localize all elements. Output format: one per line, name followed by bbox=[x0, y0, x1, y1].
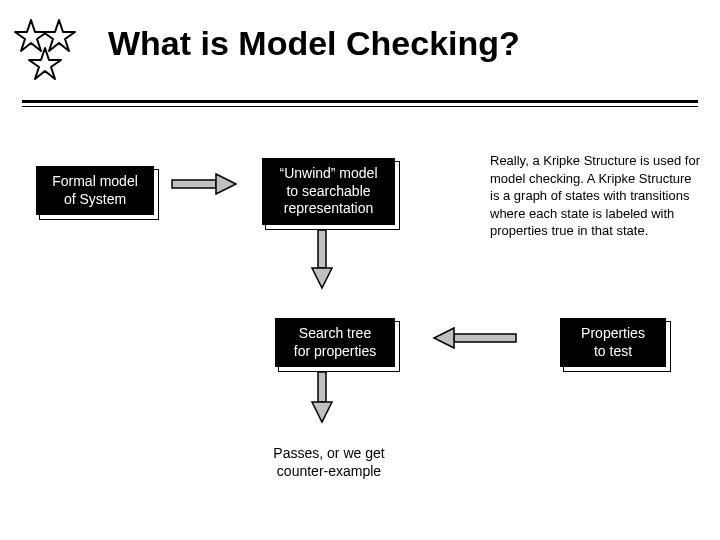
svg-marker-1 bbox=[43, 20, 75, 51]
svg-rect-5 bbox=[318, 230, 326, 268]
svg-rect-9 bbox=[318, 372, 326, 402]
arrow-right-icon bbox=[170, 172, 240, 196]
logo-stars-icon bbox=[12, 18, 82, 88]
box-formal-model: Formal modelof System bbox=[36, 166, 154, 215]
svg-marker-0 bbox=[15, 20, 47, 51]
svg-marker-10 bbox=[312, 402, 332, 422]
svg-marker-8 bbox=[434, 328, 454, 348]
arrow-down-icon bbox=[310, 228, 334, 292]
box-unwind-model: “Unwind” modelto searchablerepresentatio… bbox=[262, 158, 395, 225]
box-search-tree: Search treefor properties bbox=[275, 318, 395, 367]
divider bbox=[22, 100, 698, 107]
svg-rect-7 bbox=[454, 334, 516, 342]
page-title: What is Model Checking? bbox=[108, 24, 520, 63]
label-result: Passes, or we getcounter-example bbox=[264, 445, 394, 480]
svg-marker-4 bbox=[216, 174, 236, 194]
box-properties: Propertiesto test bbox=[560, 318, 666, 367]
aside-kripke: Really, a Kripke Structure is used for m… bbox=[490, 152, 700, 240]
svg-rect-3 bbox=[172, 180, 216, 188]
svg-marker-2 bbox=[29, 48, 61, 79]
arrow-down-icon bbox=[310, 370, 334, 426]
arrow-left-icon bbox=[430, 326, 520, 350]
svg-marker-6 bbox=[312, 268, 332, 288]
